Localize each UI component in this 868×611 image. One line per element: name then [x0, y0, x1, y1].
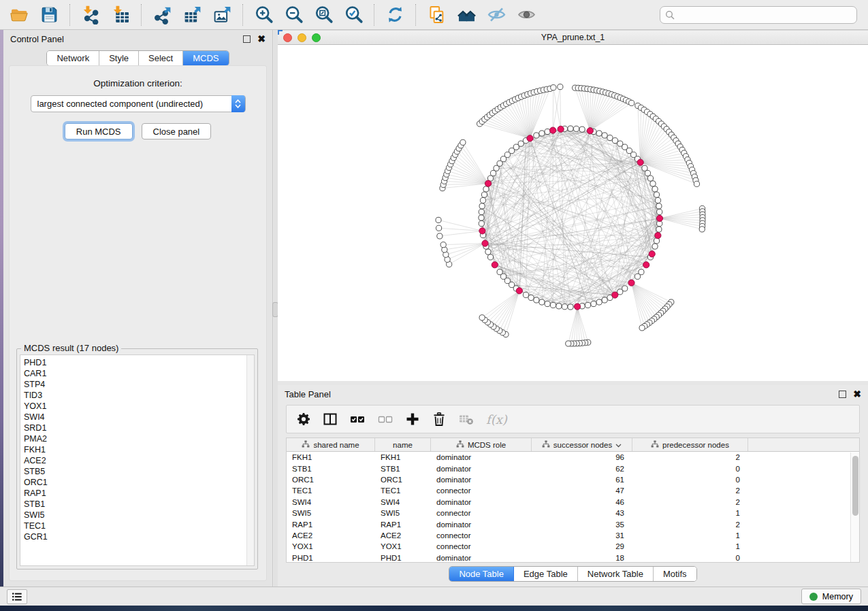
table-cell[interactable]: PHD1	[287, 554, 375, 562]
table-cell[interactable]: SWI4	[375, 498, 431, 506]
table-cell[interactable]: 29	[532, 542, 632, 550]
graph-node[interactable]	[568, 126, 573, 131]
mcds-result-item[interactable]: STP4	[24, 379, 254, 390]
graph-node[interactable]	[612, 137, 617, 143]
table-cell[interactable]: dominator	[431, 465, 532, 473]
graph-hub-node[interactable]	[628, 280, 634, 286]
table-cell[interactable]: FKH1	[287, 453, 375, 461]
network-frame-titlebar[interactable]: YPA_prune.txt_1	[278, 30, 868, 45]
graph-node[interactable]	[460, 139, 466, 145]
export-network-icon[interactable]	[147, 2, 177, 28]
open-session-icon[interactable]	[4, 2, 34, 28]
graph-node[interactable]	[440, 242, 446, 248]
mcds-result-item[interactable]: PHD1	[24, 357, 254, 368]
delete-column-icon[interactable]	[432, 412, 447, 427]
table-row[interactable]: ORC1ORC1dominator610	[287, 474, 859, 485]
mcds-result-item[interactable]: SWI4	[24, 412, 254, 423]
zoom-in-icon[interactable]	[248, 2, 278, 28]
tab-network-table[interactable]: Network Table	[578, 567, 654, 581]
memory-button[interactable]: Memory	[801, 589, 861, 604]
graph-node[interactable]	[534, 297, 539, 303]
column-settings-icon[interactable]	[296, 412, 311, 427]
column-header-predecessor-nodes[interactable]: predecessor nodes	[632, 438, 748, 451]
mcds-result-item[interactable]: PMA2	[24, 433, 254, 444]
graph-hub-node[interactable]	[558, 126, 564, 132]
graph-node[interactable]	[607, 135, 613, 140]
graph-node[interactable]	[539, 131, 545, 136]
table-cell[interactable]: 1	[632, 542, 748, 550]
table-cell[interactable]: 18	[532, 554, 632, 562]
graph-hub-node[interactable]	[637, 159, 643, 165]
graph-node[interactable]	[480, 197, 485, 203]
graph-node[interactable]	[579, 127, 585, 132]
table-row[interactable]: TEC1TEC1connector472	[287, 485, 859, 496]
table-cell[interactable]: RAP1	[375, 521, 431, 529]
graph-node[interactable]	[596, 131, 602, 136]
graph-node[interactable]	[655, 197, 660, 203]
graph-node[interactable]	[487, 254, 493, 260]
table-cell[interactable]: SWI5	[375, 509, 431, 517]
graph-node[interactable]	[596, 299, 602, 305]
deselect-all-icon[interactable]	[377, 412, 393, 427]
graph-node[interactable]	[497, 269, 502, 275]
table-cell[interactable]: SWI4	[287, 498, 375, 506]
run-mcds-button[interactable]: Run MCDS	[65, 123, 133, 139]
graph-hub-node[interactable]	[656, 215, 662, 221]
mcds-result-item[interactable]: SRD1	[24, 423, 254, 433]
graph-node[interactable]	[652, 186, 658, 192]
graph-node[interactable]	[528, 295, 534, 300]
graph-node[interactable]	[534, 133, 539, 138]
zoom-out-icon[interactable]	[278, 2, 308, 28]
graph-hub-node[interactable]	[479, 228, 485, 234]
graph-node[interactable]	[566, 341, 571, 346]
show-all-icon[interactable]	[511, 2, 541, 28]
graph-node[interactable]	[545, 129, 550, 134]
graph-node[interactable]	[634, 274, 640, 279]
graph-hub-node[interactable]	[643, 262, 649, 268]
graph-node[interactable]	[513, 144, 519, 150]
table-cell[interactable]: TEC1	[375, 486, 431, 495]
graph-node[interactable]	[654, 192, 659, 197]
table-cell[interactable]: 47	[532, 486, 632, 495]
graph-node[interactable]	[657, 209, 662, 214]
graph-node[interactable]	[479, 220, 484, 226]
graph-node[interactable]	[629, 100, 634, 105]
graph-node[interactable]	[694, 181, 699, 186]
graph-hub-node[interactable]	[574, 303, 580, 310]
column-header-shared-name[interactable]: shared name	[287, 438, 375, 451]
graph-node[interactable]	[602, 133, 607, 138]
graph-node[interactable]	[617, 141, 623, 146]
graph-node[interactable]	[436, 225, 441, 231]
graph-node[interactable]	[479, 209, 484, 214]
table-cell[interactable]: 61	[532, 476, 632, 484]
graph-hub-node[interactable]	[655, 233, 661, 239]
graph-node[interactable]	[556, 303, 562, 309]
table-row[interactable]: SWI5SWI5connector431	[287, 508, 859, 518]
table-cell[interactable]: 31	[532, 531, 632, 540]
apply-layout-icon[interactable]	[380, 2, 410, 28]
table-cell[interactable]: YOX1	[375, 542, 431, 550]
graph-node[interactable]	[591, 301, 596, 306]
graph-node[interactable]	[645, 170, 650, 176]
graph-hub-node[interactable]	[485, 180, 491, 186]
list-scrollbar[interactable]	[246, 355, 254, 565]
table-cell[interactable]: connector	[431, 542, 532, 550]
graph-node[interactable]	[558, 84, 563, 89]
graph-hub-node[interactable]	[587, 128, 593, 134]
mcds-result-item[interactable]: RAP1	[24, 488, 254, 499]
table-row[interactable]: FKH1FKH1dominator962	[287, 452, 859, 463]
graph-node[interactable]	[545, 301, 550, 306]
table-cell[interactable]: 2	[632, 453, 748, 461]
graph-hub-node[interactable]	[516, 288, 522, 294]
zoom-fit-icon[interactable]	[308, 2, 338, 28]
task-history-button[interactable]	[7, 589, 27, 604]
table-cell[interactable]: SWI5	[287, 509, 375, 517]
table-cell[interactable]: 46	[532, 498, 632, 506]
table-cell[interactable]: 1	[632, 509, 748, 517]
graph-node[interactable]	[562, 304, 567, 310]
mcds-result-item[interactable]: STB5	[24, 466, 254, 477]
graph-hub-node[interactable]	[527, 135, 533, 142]
table-cell[interactable]: 0	[632, 476, 748, 484]
table-cell[interactable]: 2	[632, 486, 748, 495]
float-table-panel-icon[interactable]	[839, 391, 846, 398]
